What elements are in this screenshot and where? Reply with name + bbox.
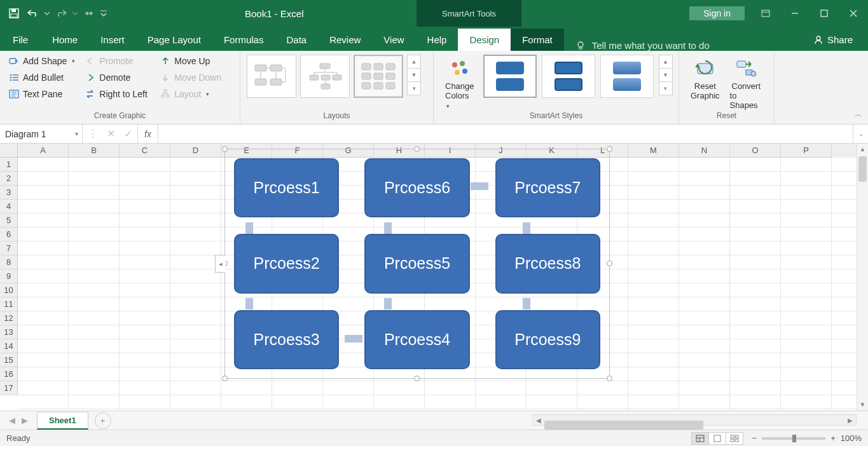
redo-icon[interactable]	[52, 4, 70, 22]
tab-format[interactable]: Format	[511, 29, 564, 51]
horizontal-scrollbar[interactable]: ◀ ▶	[532, 414, 857, 426]
add-shape-button[interactable]: Add Shape▾	[6, 55, 78, 67]
tab-page-layout[interactable]: Page Layout	[136, 29, 212, 51]
col-header[interactable]: A	[18, 144, 69, 158]
layout-thumbnail[interactable]	[300, 55, 350, 98]
row-header[interactable]: 17	[0, 381, 18, 395]
row-header[interactable]: 15	[0, 353, 18, 367]
sheet-next-icon[interactable]: ▶	[22, 416, 28, 425]
smartart-node[interactable]: Prcoess1	[234, 158, 339, 217]
col-header[interactable]: O	[730, 144, 781, 158]
resize-handle[interactable]	[222, 376, 228, 381]
smartart-node[interactable]: Prcoess4	[364, 310, 469, 369]
vertical-scrollbar[interactable]: ▲ ▼	[857, 144, 868, 411]
minimize-icon[interactable]	[780, 0, 809, 27]
row-header[interactable]: 1	[0, 158, 18, 172]
maximize-icon[interactable]	[809, 0, 839, 27]
smartart-node[interactable]: Prcoess2	[234, 234, 339, 293]
name-box[interactable]: Diagram 1 ▾	[0, 125, 83, 143]
ribbon-options-icon[interactable]	[751, 0, 780, 27]
close-icon[interactable]	[839, 0, 868, 27]
expand-formula-bar-icon[interactable]: ⌄	[853, 125, 868, 143]
share-button[interactable]: Share	[798, 29, 868, 51]
convert-to-shapes-button[interactable]: Convert to Shapes	[725, 55, 768, 110]
scroll-left-icon[interactable]: ◀	[533, 417, 544, 424]
new-sheet-button[interactable]: ＋	[95, 412, 111, 429]
sheet-prev-icon[interactable]: ◀	[9, 416, 15, 425]
save-icon[interactable]	[5, 4, 23, 22]
chevron-down-icon[interactable]: ▾	[75, 130, 78, 137]
undo-dropdown-icon[interactable]	[43, 4, 51, 22]
page-break-view-icon[interactable]	[726, 432, 743, 445]
row-header[interactable]: 10	[0, 283, 18, 297]
page-layout-view-icon[interactable]	[708, 432, 726, 445]
collapse-ribbon-icon[interactable]: ︿	[855, 109, 863, 120]
normal-view-icon[interactable]	[691, 432, 709, 445]
tell-me-search[interactable]: Tell me what you want to do	[564, 40, 721, 51]
row-header[interactable]: 11	[0, 297, 18, 311]
tab-review[interactable]: Review	[318, 29, 372, 51]
smartart-node[interactable]: Prcoess9	[495, 310, 600, 369]
resize-handle[interactable]	[222, 146, 228, 152]
redo-dropdown-icon[interactable]	[71, 4, 79, 22]
smartart-node[interactable]: Prcoess7	[495, 158, 600, 217]
scroll-down-icon[interactable]: ▼	[857, 399, 868, 411]
smartart-node[interactable]: Prcoess6	[364, 158, 469, 217]
smartart-object[interactable]: ◂ Prcoess1 Prcoess6 Prcoess7 Prcoess2 Pr…	[224, 149, 610, 379]
resize-handle[interactable]	[607, 146, 612, 152]
change-colors-button[interactable]: Change Colors ▾	[440, 55, 479, 110]
sheet-tab-active[interactable]: Sheet1	[37, 412, 88, 430]
row-header[interactable]: 4	[0, 200, 18, 214]
formula-input[interactable]	[158, 125, 853, 143]
row-header[interactable]: 9	[0, 269, 18, 283]
row-header[interactable]: 2	[0, 172, 18, 186]
scroll-thumb[interactable]	[544, 421, 703, 430]
tab-home[interactable]: Home	[41, 29, 89, 51]
add-bullet-button[interactable]: Add Bullet	[6, 71, 78, 84]
gallery-down-icon[interactable]: ▼	[407, 68, 421, 82]
zoom-slider[interactable]	[762, 437, 825, 440]
tab-help[interactable]: Help	[416, 29, 458, 51]
zoom-knob[interactable]	[792, 435, 796, 442]
resize-handle[interactable]	[414, 146, 420, 152]
touch-mode-icon[interactable]	[80, 4, 98, 22]
resize-handle[interactable]	[607, 261, 612, 266]
layout-thumbnail-selected[interactable]	[354, 55, 403, 98]
gallery-up-icon[interactable]: ▲	[659, 55, 673, 69]
scroll-up-icon[interactable]: ▲	[857, 144, 868, 155]
gallery-down-icon[interactable]: ▼	[659, 68, 673, 82]
style-thumbnail-selected[interactable]	[483, 55, 537, 98]
gallery-up-icon[interactable]: ▲	[407, 55, 421, 69]
row-header[interactable]: 13	[0, 325, 18, 339]
col-header[interactable]: B	[69, 144, 120, 158]
right-to-left-button[interactable]: Right to Left	[83, 88, 153, 100]
reset-graphic-button[interactable]: Reset Graphic	[685, 55, 725, 110]
col-header[interactable]: N	[679, 144, 730, 158]
row-header[interactable]: 14	[0, 339, 18, 353]
qat-customize-icon[interactable]	[99, 4, 108, 22]
scroll-right-icon[interactable]: ▶	[844, 417, 856, 424]
gallery-more-icon[interactable]: ▾	[407, 81, 421, 95]
smartart-node[interactable]: Prcoess8	[495, 234, 600, 293]
tab-formulas[interactable]: Formulas	[212, 29, 275, 51]
scroll-thumb[interactable]	[858, 156, 867, 182]
smartart-node[interactable]: Prcoess5	[364, 234, 469, 293]
row-header[interactable]: 8	[0, 255, 18, 269]
zoom-level[interactable]: 100%	[841, 433, 862, 443]
zoom-out-icon[interactable]: −	[752, 433, 757, 443]
row-header[interactable]: 7	[0, 241, 18, 255]
text-pane-button[interactable]: Text Pane	[6, 88, 78, 100]
row-header[interactable]: 16	[0, 367, 18, 381]
tab-file[interactable]: File	[0, 29, 41, 51]
style-thumbnail[interactable]	[542, 55, 595, 98]
sign-in-button[interactable]: Sign in	[689, 6, 745, 20]
resize-handle[interactable]	[607, 376, 612, 381]
col-header[interactable]: P	[781, 144, 832, 158]
style-thumbnail[interactable]	[600, 55, 654, 98]
col-header[interactable]: M	[628, 144, 679, 158]
move-up-button[interactable]: Move Up	[158, 55, 228, 67]
tab-view[interactable]: View	[372, 29, 415, 51]
gallery-more-icon[interactable]: ▾	[659, 81, 673, 95]
row-header[interactable]: 12	[0, 311, 18, 325]
resize-handle[interactable]	[414, 376, 420, 381]
